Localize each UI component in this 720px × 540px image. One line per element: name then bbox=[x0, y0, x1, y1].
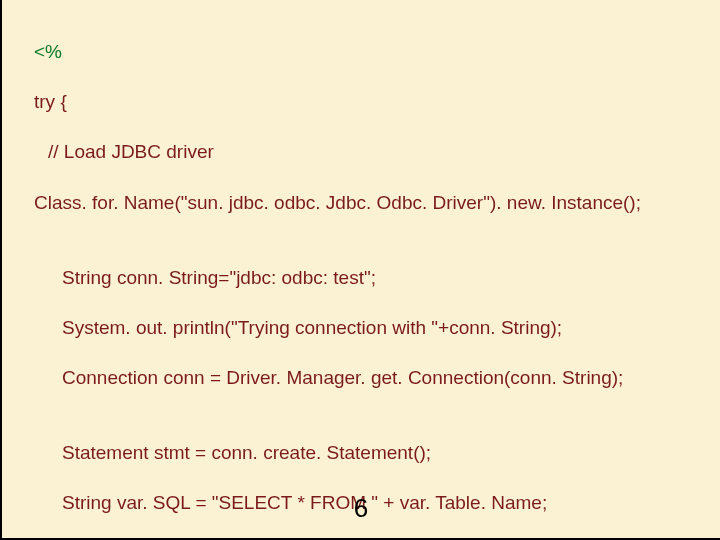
code-line: try { bbox=[20, 89, 702, 114]
slide: <% try { // Load JDBC driver Class. for.… bbox=[0, 0, 720, 540]
code-block: <% try { // Load JDBC driver Class. for.… bbox=[20, 14, 702, 540]
code-line: Class. for. Name("sun. jdbc. odbc. Jdbc.… bbox=[20, 190, 702, 215]
code-line: Statement stmt = conn. create. Statement… bbox=[20, 440, 702, 465]
blank-line bbox=[20, 242, 25, 263]
code-line: String conn. String="jdbc: odbc: test"; bbox=[20, 265, 702, 290]
blank-line bbox=[20, 417, 25, 438]
code-line-comment: // Load JDBC driver bbox=[20, 139, 702, 164]
page-number: 6 bbox=[2, 493, 720, 524]
code-line: System. out. println("Trying connection … bbox=[20, 315, 702, 340]
code-line: Connection conn = Driver. Manager. get. … bbox=[20, 365, 702, 390]
code-line: <% bbox=[20, 39, 702, 64]
